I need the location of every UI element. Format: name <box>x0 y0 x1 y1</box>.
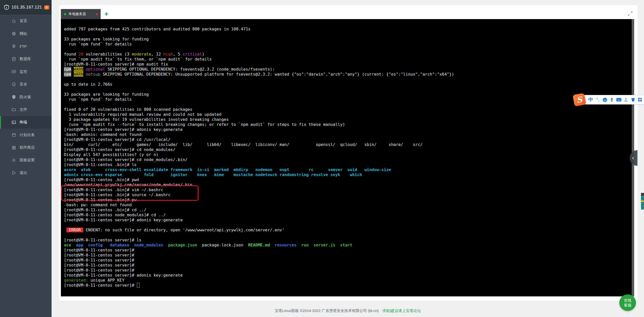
terminal-segment-grn: ace <box>64 243 71 247</box>
online-service-button[interactable]: 在线 客服 <box>619 294 636 311</box>
sidebar-item-cron[interactable]: 计划任务 <box>0 129 52 141</box>
home-icon <box>12 19 16 23</box>
ime-skin-button[interactable] <box>630 97 636 102</box>
sidebar-item-label: 首页 <box>20 19 27 23</box>
terminal-line <box>64 47 634 52</box>
terminal-segment-blue: node_modules <box>134 243 163 247</box>
sidebar-item-files[interactable]: 文件 <box>0 103 52 116</box>
ime-lang-button[interactable]: 中 <box>588 96 593 103</box>
firewall-icon <box>12 95 16 99</box>
sidebar-item-label: 退出 <box>20 171 27 175</box>
ime-punctuation-button[interactable]: °, <box>595 97 600 102</box>
terminal-line: [root@VM-0-11-centos server]# adonis key… <box>64 273 634 278</box>
terminal-segment-red: 20 <box>78 52 83 57</box>
terminal-line: 3 package updates for 19 vulnerabilities… <box>64 117 634 122</box>
tab-close-icon[interactable]: × <box>95 12 98 17</box>
sidebar-item-ftp[interactable]: FTP <box>0 40 52 52</box>
sidebar-item-label: 软件商店 <box>20 145 35 150</box>
terminal-segment-cursor <box>137 283 140 288</box>
ime-mic-button[interactable] <box>609 97 615 102</box>
sidebar-item-firewall[interactable]: 防火墙 <box>0 90 52 103</box>
terminal-segment-err: ERROR <box>66 228 83 232</box>
terminal-line <box>64 87 634 92</box>
terminal-line: [root@VM-0-11-centos server]# cd node_mo… <box>64 147 634 152</box>
sogou-logo[interactable]: S <box>573 93 586 106</box>
sidebar-item-home[interactable]: 首页 <box>0 15 52 27</box>
terminal-line: ace app config database node_modules pac… <box>64 243 634 248</box>
terminal-segment-warn: WARN <box>74 67 84 72</box>
sidebar-item-terminal[interactable]: 终端 <box>0 116 52 128</box>
terminal-segment-npm: npm <box>64 72 71 77</box>
sidebar-item-website[interactable]: 网站 <box>0 27 52 40</box>
terminal-segment-blue: database <box>110 243 129 247</box>
sidebar-item-label: 数据库 <box>20 57 31 61</box>
terminal-line: [root@VM-0-11-centos server]# cd node_mo… <box>64 157 634 162</box>
terminal-line: Display all 547 possibilities? (y or n) <box>64 152 634 157</box>
connection-status-dot <box>64 13 66 15</box>
sidebar-item-label: 防火墙 <box>20 95 31 99</box>
add-tab-button[interactable]: + <box>104 11 108 18</box>
terminal-line: [root@VM-0-11-centos server]# <box>64 283 634 288</box>
tab-label: 本地服务器 <box>68 12 95 16</box>
terminal-line: [root@VM-0-11-centos .bin]# pwd <box>64 177 634 182</box>
terminal-line: adonis cross-env esparse fold ignitor kn… <box>64 172 634 177</box>
terminal-lines: added 797 packages from 425 contributors… <box>61 19 634 288</box>
panel-logo[interactable]: 101.35.167.121 0 <box>0 0 52 15</box>
terminal-line: [root@VM-0-11-centos server]# cd /usr/lo… <box>64 137 634 142</box>
terminal-line: [root@VM-0-11-centos .bin]# pw <box>64 197 634 202</box>
footer: 宝塔Linux面板 ©2014-2022 广东堡塔安全技术有限公司 (bt.cn… <box>52 308 644 313</box>
terminal-segment-grn: server.js <box>313 243 335 247</box>
sogou-ime-toolbar: S 中 °, <box>574 94 644 105</box>
terminal-line: [root@VM-0-11-centos server]# <box>64 263 634 268</box>
terminal-line: 33 packages are looking for funding <box>64 92 634 97</box>
sidebar-item-label: FTP <box>20 44 27 48</box>
ime-emoji-button[interactable] <box>602 97 608 102</box>
terminal-line: [root@VM-0-11-centos server]# <box>64 253 634 258</box>
sidebar-item-logout[interactable]: 退出 <box>0 167 52 179</box>
sidebar-item-security[interactable]: 安全 <box>0 78 52 90</box>
terminal-output[interactable]: added 797 packages from 425 contributors… <box>61 19 634 296</box>
sidebar-item-monitor[interactable]: 监控 <box>0 65 52 78</box>
terminal-line: up to date in 2.766s <box>64 82 634 87</box>
shield-logo-icon <box>4 5 9 10</box>
terminal-icon <box>12 120 16 125</box>
footer-forum-link[interactable]: 求助|建议请上宝塔论坛 <box>382 308 421 313</box>
ime-account-button[interactable] <box>623 97 629 102</box>
terminal-segment-gen: generated: <box>64 278 88 283</box>
terminal-line: fixed 0 of 20 vulnerabilities in 800 sca… <box>64 107 634 112</box>
terminal-line: npm WARN optional SKIPPING OPTIONAL DEPE… <box>64 67 634 72</box>
terminal-line: bin/ curl/ etc/ games/ include/ lib/ lib… <box>64 142 634 147</box>
terminal-segment-blue: config <box>88 243 103 247</box>
terminal-line <box>64 32 634 37</box>
cron-icon <box>12 133 16 137</box>
terminal-line: run `npm fund` for details <box>64 42 634 47</box>
sidebar-item-settings[interactable]: 面板设置 <box>0 154 52 166</box>
sidebar-item-label: 面板设置 <box>20 158 35 163</box>
terminal-line: [root@VM-0-11-centos server]# <box>64 248 634 253</box>
sidebar-item-database[interactable]: 数据库 <box>0 52 52 65</box>
fullscreen-icon[interactable] <box>628 11 633 16</box>
scroll-marker-widget[interactable] <box>641 193 644 209</box>
server-ip: 101.35.167.121 <box>12 5 42 10</box>
terminal-line: 33 packages are looking for funding <box>64 37 634 42</box>
terminal-segment-grn: start <box>340 243 352 247</box>
files-icon <box>12 107 16 112</box>
terminal-segment-mag: optional <box>86 67 105 72</box>
ime-menu-button[interactable] <box>637 97 643 102</box>
monitor-icon <box>12 69 16 74</box>
tab-local-server[interactable]: 本地服务器 × <box>61 9 101 19</box>
terminal-line: [root@VM-0-11-centos node_modules]# cd .… <box>64 213 634 218</box>
terminal-line: -bash: pw: command not found <box>64 202 634 207</box>
terminal-segment-grn: package.json <box>168 243 197 247</box>
terminal-segment-grn: run <box>301 243 309 247</box>
sidebar-item-appstore[interactable]: 软件商店 <box>0 141 52 154</box>
terminal-line <box>64 102 634 107</box>
ime-keyboard-button[interactable] <box>616 97 622 102</box>
terminal-segment-grnb: README.md <box>248 243 270 247</box>
database-icon <box>12 57 16 61</box>
message-count-badge[interactable]: 0 <box>44 5 49 10</box>
settings-icon <box>12 158 16 163</box>
sidebar-item-label: 终端 <box>20 120 27 125</box>
terminal-segment-yel: moderate <box>132 52 151 57</box>
terminal-line: (use `npm audit fix --force` to install … <box>64 122 634 127</box>
